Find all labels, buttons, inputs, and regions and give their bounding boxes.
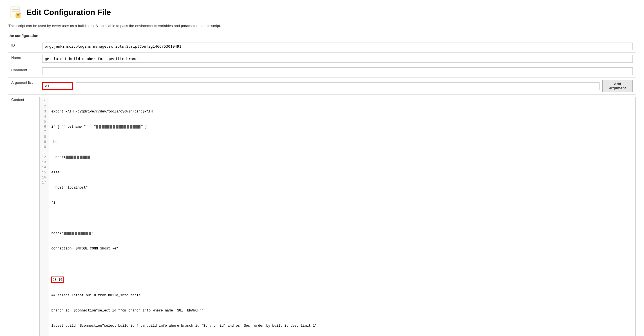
id-row: ID <box>8 40 636 53</box>
highlighted-os-line: os=$1 <box>51 277 64 283</box>
code-line-4: host= <box>51 155 632 160</box>
code-line-15: latest_build=`$connection"select build_i… <box>51 323 632 328</box>
argument-value: os <box>45 84 50 88</box>
code-line-10: connection=`$MYSQL_CONN $host -e" <box>51 246 632 251</box>
section-title: the configuration <box>8 34 636 38</box>
page-description: This script can be used by every user as… <box>8 24 636 28</box>
code-line-3: then <box>51 140 632 145</box>
argument-list-label: Argument list <box>8 78 39 95</box>
line-numbers: 1 2 3 4 5 6 7 8 9 10 11 12 13 14 15 16 1… <box>40 97 48 336</box>
name-input[interactable] <box>42 55 633 63</box>
code-line-12: os=$1 <box>51 277 632 283</box>
comment-input[interactable] <box>42 67 633 75</box>
page-title: Edit Configuration File <box>26 8 111 17</box>
code-editor[interactable]: 1 2 3 4 5 6 7 8 9 10 11 12 13 14 15 16 1… <box>39 97 636 336</box>
edit-file-icon <box>8 6 22 19</box>
code-line-13: ## select latest build from build_info t… <box>51 293 632 298</box>
configuration-section: the configuration ID Name Comment Argume… <box>8 34 636 336</box>
comment-label: Comment <box>8 65 39 78</box>
code-line-6: host="localhost" <box>51 185 632 190</box>
svg-rect-5 <box>16 14 20 17</box>
id-label: ID <box>8 40 39 53</box>
code-line-11 <box>51 261 632 266</box>
content-section: Content 1 2 3 4 5 6 7 8 9 10 11 12 13 14… <box>8 94 636 336</box>
code-line-7: fi <box>51 200 632 205</box>
code-line-14: branch_id=`$connection"select id from br… <box>51 308 632 313</box>
argument-text-input[interactable] <box>76 82 600 90</box>
argument-controls: os Add argument <box>42 80 633 92</box>
page-header: Edit Configuration File <box>8 6 636 19</box>
name-row: Name <box>8 53 636 65</box>
argument-row: Argument list os Add argument <box>8 78 636 95</box>
id-input[interactable] <box>42 43 633 50</box>
form-table: ID Name Comment Argument list os <box>8 40 636 94</box>
name-label: Name <box>8 53 39 65</box>
code-line-8 <box>51 216 632 221</box>
code-line-9: host='' <box>51 231 632 236</box>
code-line-2: if [ "`hostname`" != "" ] <box>51 124 632 129</box>
add-argument-button[interactable]: Add argument <box>602 80 633 92</box>
comment-row: Comment <box>8 65 636 78</box>
argument-value-box[interactable]: os <box>42 82 73 90</box>
code-line-1: export PATH=/cygdrive/c/dev/tools/cygwin… <box>51 109 632 114</box>
content-label: Content <box>8 95 39 336</box>
code-line-5: else <box>51 170 632 175</box>
code-lines: export PATH=/cygdrive/c/dev/tools/cygwin… <box>48 97 635 336</box>
